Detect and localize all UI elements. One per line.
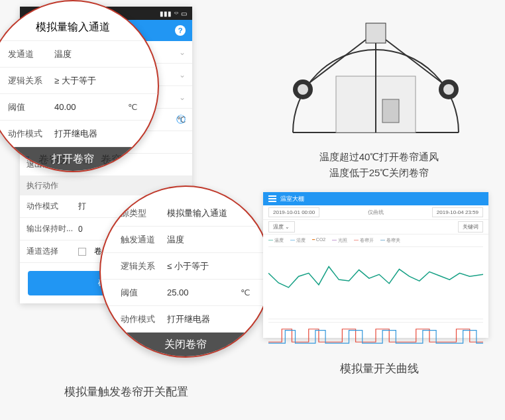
info-icon[interactable]: ⓘ (176, 114, 186, 126)
chart-title: 温室大棚 (280, 195, 304, 203)
battery-icon: ▭ (181, 10, 187, 17)
lens-close-mode[interactable]: 动作模式打开继电器 (101, 306, 270, 333)
greenhouse-caption: 温度超过40℃打开卷帘通风 温度低于25℃关闭卷帘 (280, 149, 478, 181)
svg-rect-9 (366, 23, 386, 43)
chart-controls-2: 温度 ⌄ 关键词 (263, 220, 488, 235)
lens-open-trigger[interactable]: 发通道温度 (0, 41, 158, 68)
chart-caption: 模拟量开关曲线 (286, 361, 472, 376)
svg-rect-10 (382, 99, 399, 123)
chart-panel: 温室大棚 2019-10-01 00:00 仅曲线 2019-10-04 23:… (263, 192, 488, 338)
svg-point-6 (443, 84, 454, 95)
lens-open-threshold[interactable]: 阈值40.00℃ (0, 94, 158, 121)
signal-icon: ▮▮▮ (160, 10, 172, 17)
wifi-icon: ⌔ (174, 10, 178, 17)
lens-close-title: 关闭卷帘 (101, 333, 270, 356)
lens-close-logic[interactable]: 逻辑关系≤ 小于等于 (101, 253, 270, 280)
checkbox-open[interactable] (78, 248, 86, 256)
lens-open-mode[interactable]: 动作模式打开继电器 (0, 121, 158, 147)
pulse-area (268, 322, 483, 348)
date-to[interactable]: 2019-10-04 23:59 (432, 207, 483, 217)
menu-icon[interactable] (268, 195, 276, 202)
date-from[interactable]: 2019-10-01 00:00 (268, 207, 319, 217)
config-caption: 模拟量触发卷帘开关配置 (33, 384, 219, 399)
svg-point-4 (298, 84, 308, 95)
filter-1[interactable]: 温度 ⌄ (268, 221, 295, 233)
chart-legend: 温度 湿度 CO2 光照 卷帘开 卷帘关 (263, 235, 488, 246)
chart-controls: 2019-10-01 00:00 仅曲线 2019-10-04 23:59 (263, 205, 488, 220)
lens-close-threshold[interactable]: 阈值25.00℃ (101, 280, 270, 306)
chart-mode-label: 仅曲线 (325, 209, 427, 216)
lens-close-trigger[interactable]: 触发通道温度 (101, 227, 270, 253)
lens-open-logic[interactable]: 逻辑关系≥ 大于等于 (0, 68, 158, 94)
greenhouse-diagram (280, 13, 472, 146)
help-icon[interactable]: ? (175, 25, 186, 36)
magnifier-close: 源类型模拟量输入通道 触发通道温度 逻辑关系≤ 小于等于 阈值25.00℃ 动作… (99, 185, 272, 358)
chart-topbar: 温室大棚 (263, 192, 488, 205)
search-box[interactable]: 关键词 (458, 221, 483, 233)
chart-area[interactable] (268, 246, 483, 319)
